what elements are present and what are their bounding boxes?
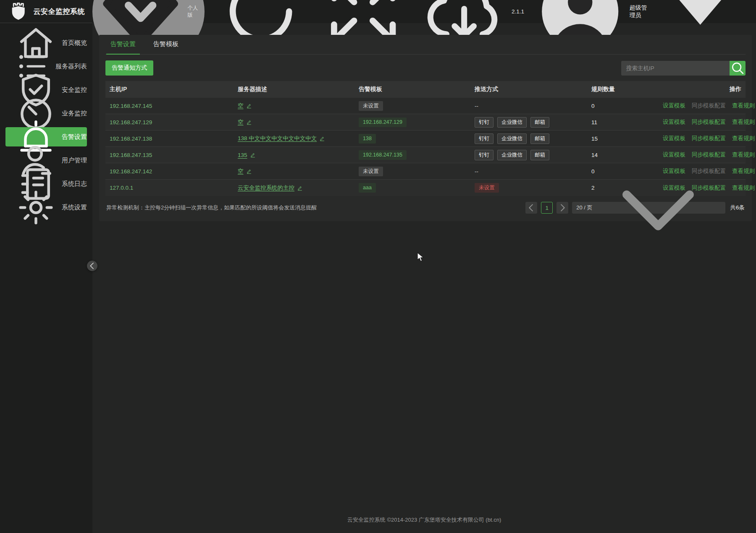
next-page-button[interactable] (556, 202, 568, 214)
server-desc: 云安全监控系统的主控 (238, 184, 294, 192)
edit-pencil-icon (246, 103, 252, 109)
push-method-tag: 邮箱 (530, 150, 549, 160)
edit-pencil-icon (246, 119, 252, 125)
action-sync-template-config: 同步模板配置 (692, 102, 726, 110)
col-operations: 操作 (663, 86, 741, 93)
table-row: 192.168.247.145空未设置--0设置模板同步模板配置查看规则 (105, 98, 746, 114)
server-desc: 空 (238, 167, 244, 175)
table-header-row: 主机IP 服务器描述 告警模板 推送方式 规则数量 操作 (105, 81, 746, 98)
col-host-ip: 主机IP (110, 86, 238, 93)
host-ip: 192.168.247.135 (110, 152, 238, 158)
action-view-rules[interactable]: 查看规则 (732, 167, 755, 175)
sidebar-item-label: 系统设置 (62, 204, 87, 212)
gear-icon (16, 187, 56, 228)
push-unset-badge: 未设置 (475, 183, 499, 193)
template-badge: 192.168.247.129 (359, 118, 407, 127)
username-label: 超级管理员 (630, 4, 651, 19)
alert-settings-panel: 告警设置 告警模板 告警通知方式 主机IP 服务器描述 (99, 35, 752, 221)
action-view-rules[interactable]: 查看规则 (732, 135, 755, 142)
prev-page-button[interactable] (525, 202, 537, 214)
sidebar-item-label: 首页概览 (62, 39, 87, 47)
template-badge: 138 (359, 134, 376, 144)
top-bar: 个人版 2.1.1 超级管理员 (92, 0, 756, 23)
host-ip: 192.168.247.129 (110, 119, 238, 125)
col-server-desc: 服务器描述 (238, 86, 359, 93)
server-desc-edit-link[interactable]: 空 (238, 167, 252, 175)
col-push-method: 推送方式 (475, 86, 591, 93)
edit-pencil-icon (297, 185, 303, 191)
push-empty: -- (475, 168, 478, 175)
sidebar-item-gear[interactable]: 系统设置 (5, 198, 87, 217)
action-view-rules[interactable]: 查看规则 (732, 184, 755, 192)
action-view-rules[interactable]: 查看规则 (732, 102, 755, 110)
app-root: 云安全监控系统 首页概览服务器列表安全监控业务监控告警设置用户管理系统日志系统设… (0, 0, 756, 533)
page-size-select[interactable]: 20 / 页 (572, 202, 725, 214)
detection-note: 异常检测机制：主控每2分钟扫描一次异常信息，如果匹配的所设阈值将会发送消息提醒 (106, 204, 317, 212)
push-method-tag: 邮箱 (530, 133, 549, 144)
sidebar-item-label: 告警设置 (62, 133, 87, 141)
server-desc-edit-link[interactable]: 空 (238, 118, 252, 126)
version-label: 2.1.1 (512, 8, 524, 15)
edit-pencil-icon (246, 168, 252, 174)
main-column: 个人版 2.1.1 超级管理员 告警设置 告警模板 告警通知方 (92, 0, 756, 533)
push-empty: -- (475, 103, 478, 109)
sidebar-item-label: 系统日志 (62, 180, 87, 188)
app-title: 云安全监控系统 (34, 7, 85, 16)
sidebar-collapse-button[interactable] (87, 261, 97, 271)
sidebar: 云安全监控系统 首页概览服务器列表安全监控业务监控告警设置用户管理系统日志系统设… (0, 0, 92, 533)
search-input[interactable] (621, 61, 730, 76)
tab-alert-templates[interactable]: 告警模板 (149, 35, 183, 55)
server-desc: 138 中文中文中文中文中文中文 (238, 135, 317, 142)
template-badge: 未设置 (359, 167, 383, 176)
tab-alert-settings[interactable]: 告警设置 (106, 35, 140, 55)
chevron-down-icon (595, 145, 721, 271)
sidebar-item-label: 业务监控 (62, 110, 87, 118)
tabs: 告警设置 告警模板 (105, 35, 746, 55)
host-ip: 192.168.247.138 (110, 136, 238, 142)
server-desc: 135 (238, 152, 247, 158)
col-rule-count: 规则数量 (591, 86, 663, 93)
action-set-template[interactable]: 设置模板 (663, 102, 685, 110)
host-ip: 192.168.247.145 (110, 103, 238, 109)
sidebar-nav: 首页概览服务器列表安全监控业务监控告警设置用户管理系统日志系统设置 (0, 23, 92, 217)
server-desc-edit-link[interactable]: 云安全监控系统的主控 (238, 184, 303, 192)
push-method-tag: 钉钉 (475, 133, 494, 144)
edit-pencil-icon (250, 152, 256, 158)
host-ip: 192.168.247.142 (110, 168, 238, 175)
rule-count: 15 (591, 136, 663, 142)
content-area: 告警设置 告警模板 告警通知方式 主机IP 服务器描述 (92, 23, 756, 516)
action-view-rules[interactable]: 查看规则 (732, 118, 755, 126)
sidebar-item-label: 用户管理 (62, 157, 87, 165)
alert-notify-method-button[interactable]: 告警通知方式 (105, 60, 153, 76)
action-set-template[interactable]: 设置模板 (663, 118, 685, 126)
search-icon (730, 60, 746, 76)
rule-count: 11 (591, 119, 663, 125)
copyright: 云安全监控系统 ©2014-2023 广东堡塔安全技术有限公司 (bt.cn) (92, 516, 756, 533)
sidebar-item-label: 安全监控 (62, 86, 87, 94)
action-sync-template-config[interactable]: 同步模板配置 (692, 135, 726, 142)
search-button[interactable] (730, 61, 746, 76)
push-method-tag: 邮箱 (530, 117, 549, 128)
template-badge: 192.168.247.135 (359, 150, 407, 160)
action-set-template[interactable]: 设置模板 (663, 135, 685, 142)
host-ip: 127.0.0.1 (110, 185, 238, 191)
edit-pencil-icon (319, 136, 325, 141)
server-desc-edit-link[interactable]: 135 (238, 152, 256, 158)
table-row: 192.168.247.129空192.168.247.129钉钉企业微信邮箱1… (105, 114, 746, 131)
pagination: 1 20 / 页 共6条 (525, 202, 745, 214)
page-size-value: 20 / 页 (576, 204, 592, 212)
table-footer: 异常检测机制：主控每2分钟扫描一次异常信息，如果匹配的所设阈值将会发送消息提醒 … (105, 196, 746, 220)
page-number-button[interactable]: 1 (541, 202, 553, 214)
push-method-tag: 企业微信 (497, 117, 527, 128)
push-method-tag: 钉钉 (475, 150, 494, 160)
sidebar-item-label: 服务器列表 (55, 63, 87, 71)
server-desc: 空 (238, 118, 244, 126)
template-badge: aaa (359, 183, 376, 193)
server-desc-edit-link[interactable]: 空 (238, 102, 252, 110)
push-method-tag: 企业微信 (497, 133, 527, 144)
shield-logo-icon (8, 0, 29, 22)
action-view-rules[interactable]: 查看规则 (732, 151, 755, 159)
edition-label: 个人版 (187, 5, 199, 19)
server-desc-edit-link[interactable]: 138 中文中文中文中文中文中文 (238, 135, 325, 142)
action-sync-template-config[interactable]: 同步模板配置 (692, 118, 726, 126)
